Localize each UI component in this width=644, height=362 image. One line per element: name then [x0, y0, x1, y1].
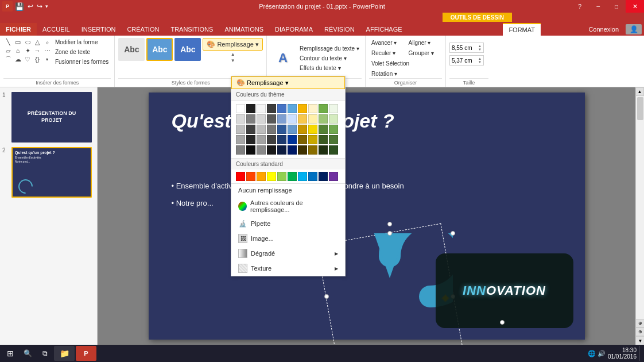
minimize-button[interactable]: − — [589, 0, 607, 13]
texture-item[interactable]: Texture — [231, 261, 345, 276]
theme-color-cell[interactable] — [329, 125, 338, 134]
maximize-button[interactable]: □ — [607, 0, 626, 13]
network-icon[interactable]: 🌐 — [588, 350, 596, 357]
no-fill-item[interactable]: Aucun remplissage — [231, 184, 345, 197]
theme-color-cell[interactable] — [288, 104, 297, 113]
volet-selection-button[interactable]: Volet Sélection — [369, 59, 442, 68]
theme-color-cell[interactable] — [298, 114, 307, 124]
theme-color-cell[interactable] — [277, 145, 286, 155]
user-icon[interactable]: 👤 — [626, 24, 642, 34]
tab-diaporama[interactable]: DIAPORAMA — [269, 23, 319, 36]
theme-color-cell[interactable] — [257, 125, 266, 134]
theme-color-cell[interactable] — [246, 145, 255, 155]
show-desktop[interactable] — [639, 346, 642, 361]
std-color-cyan[interactable] — [298, 172, 307, 181]
grouper-button[interactable]: Grouper ▾ — [406, 48, 442, 57]
std-color-lime[interactable] — [277, 172, 286, 181]
theme-color-cell[interactable] — [246, 125, 255, 134]
innovation-handle[interactable] — [500, 320, 505, 325]
scroll-thumb[interactable] — [637, 97, 643, 120]
shapes-dropdown[interactable]: ▾ — [42, 55, 52, 63]
theme-color-cell[interactable] — [308, 145, 317, 155]
shape-bracket[interactable]: {} — [33, 55, 42, 63]
theme-color-cell[interactable] — [308, 135, 317, 144]
modifier-forme-button[interactable]: Modifier la forme — [53, 38, 111, 47]
style-btn-1[interactable]: Abc — [118, 38, 145, 61]
remplissage-dropdown-button[interactable]: 🎨 Remplissage ▾ — [203, 38, 263, 51]
shape-cloud[interactable]: ☁ — [13, 55, 22, 63]
height-input[interactable]: 8,55 cm ▲▼ — [449, 43, 484, 53]
shape-heart[interactable]: ♡ — [23, 55, 32, 63]
file-explorer-taskbar[interactable]: 📁 — [54, 346, 75, 361]
theme-color-cell[interactable] — [236, 145, 245, 155]
theme-color-cell[interactable] — [329, 145, 338, 155]
style-btn-3[interactable]: Abc — [174, 38, 201, 61]
theme-color-cell[interactable] — [277, 135, 286, 144]
connexion-button[interactable]: Connexion — [583, 23, 624, 36]
wordart-btn[interactable]: A — [270, 45, 296, 71]
undo-icon[interactable]: ↩ — [26, 2, 34, 10]
expand-icon-1[interactable]: ⊕ — [636, 319, 644, 328]
theme-color-cell[interactable] — [329, 135, 338, 144]
reculer-button[interactable]: Reculer ▾ — [369, 48, 405, 57]
shape-ellipse[interactable]: ⬭ — [23, 38, 32, 46]
style-btn-2[interactable]: Abc — [146, 38, 173, 61]
shape-trapez[interactable]: ⌂ — [13, 47, 22, 55]
image-item[interactable]: 🖼 Image... — [231, 231, 345, 246]
scroll-down-arrow[interactable]: ▼ — [636, 336, 644, 345]
theme-color-cell[interactable] — [267, 114, 276, 124]
tab-accueil[interactable]: ACCUEIL — [37, 23, 76, 36]
help-button[interactable]: ? — [571, 0, 589, 13]
std-color-yellow[interactable] — [267, 172, 276, 181]
shape-rrarrow[interactable]: ⬦ — [42, 38, 52, 46]
theme-color-cell[interactable] — [236, 104, 245, 113]
theme-color-cell[interactable] — [308, 104, 317, 113]
theme-color-cell[interactable] — [236, 114, 245, 124]
theme-color-cell[interactable] — [319, 114, 328, 124]
theme-color-cell[interactable] — [267, 135, 276, 144]
sel-handle-lm[interactable] — [324, 294, 329, 299]
theme-color-cell[interactable] — [298, 145, 307, 155]
sel-handle-tr[interactable] — [451, 231, 455, 236]
search-button[interactable]: 🔍 — [20, 346, 36, 361]
redo-icon[interactable]: ↪ — [36, 2, 44, 10]
rotation-button[interactable]: Rotation ▾ — [369, 69, 442, 78]
tab-creation[interactable]: CRÉATION — [121, 23, 165, 36]
theme-color-cell[interactable] — [267, 125, 276, 134]
theme-color-cell[interactable] — [298, 104, 307, 113]
theme-color-cell[interactable] — [246, 114, 255, 124]
theme-color-cell[interactable] — [277, 125, 286, 134]
std-color-purple[interactable] — [329, 172, 338, 181]
start-button[interactable]: ⊞ — [2, 346, 18, 361]
more-colors-item[interactable]: Autres couleurs de remplissage... — [231, 197, 345, 216]
theme-color-cell[interactable] — [288, 135, 297, 144]
std-color-red[interactable] — [236, 172, 245, 181]
volume-icon[interactable]: 🔊 — [598, 350, 606, 357]
tab-format[interactable]: FORMAT — [503, 23, 541, 36]
theme-color-cell[interactable] — [288, 145, 297, 155]
theme-color-cell[interactable] — [257, 145, 266, 155]
theme-color-cell[interactable] — [257, 135, 266, 144]
shape-rect[interactable]: ▭ — [13, 38, 22, 46]
shape-tri[interactable]: △ — [33, 38, 42, 46]
theme-color-cell[interactable] — [319, 125, 328, 134]
task-view-button[interactable]: ⧉ — [37, 346, 53, 361]
remplissage-texte-button[interactable]: Remplissage du texte ▾ — [297, 44, 362, 53]
slide-thumb-2[interactable]: 2 Qu'est qu'un projet ? Ensemble d'activ… — [2, 147, 95, 198]
canvas-scroll-up[interactable]: ▲ — [635, 87, 644, 96]
theme-color-cell[interactable] — [308, 125, 317, 134]
customize-qat-icon[interactable]: ▾ — [45, 3, 49, 9]
theme-color-cell[interactable] — [288, 114, 297, 124]
rotation-handle[interactable] — [387, 222, 392, 226]
tab-affichage[interactable]: AFFICHAGE — [360, 23, 408, 36]
tab-fichier[interactable]: FICHIER — [0, 23, 37, 36]
tab-transitions[interactable]: TRANSITIONS — [165, 23, 219, 36]
theme-color-cell[interactable] — [319, 135, 328, 144]
shapes-grid[interactable]: ╲ ▭ ⬭ △ ⬦ ▱ ⌂ ✦ → ⋯ ⌒ ☁ ♡ {} ▾ — [3, 38, 52, 63]
shape-curve[interactable]: ⌒ — [3, 55, 13, 63]
theme-color-cell[interactable] — [257, 114, 266, 124]
std-color-navy[interactable] — [319, 172, 328, 181]
std-color-blue[interactable] — [308, 172, 317, 181]
shape-more[interactable]: ⋯ — [42, 47, 52, 55]
fusionner-formes-button[interactable]: Fusionner les formes — [53, 57, 111, 66]
